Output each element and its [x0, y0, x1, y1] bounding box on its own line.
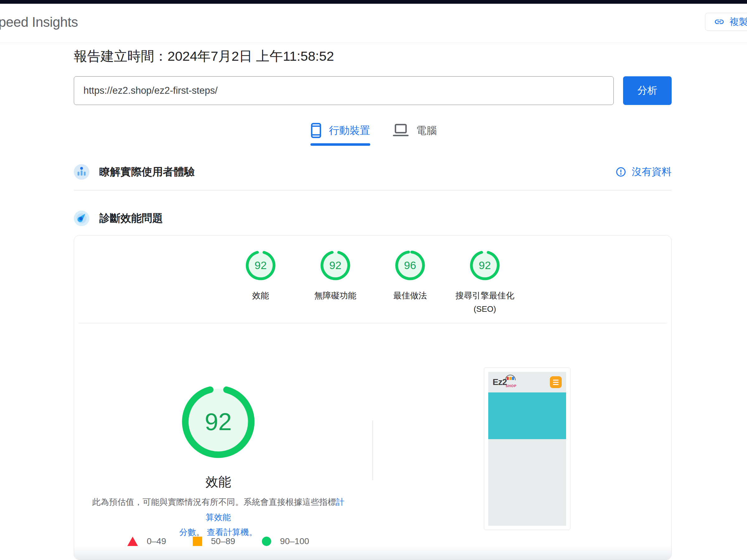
performance-score-value: 92 — [181, 384, 256, 459]
vertical-divider — [372, 421, 373, 480]
analyze-button[interactable]: 分析 — [623, 76, 672, 105]
gauge-performance[interactable]: 92 效能 — [223, 250, 298, 314]
gauge-seo[interactable]: 92 搜尋引擎最佳化 (SEO) — [447, 250, 522, 314]
tab-mobile[interactable]: 行動裝置 — [310, 123, 370, 146]
device-tabs: 行動裝置 電腦 — [0, 123, 747, 146]
description-period: 。 — [196, 528, 205, 537]
lighthouse-report-card: 92 效能 92 無障礙功能 — [74, 235, 672, 560]
score-label: 最佳做法 — [393, 290, 427, 301]
performance-label: 效能 — [181, 474, 256, 490]
score-value: 92 — [320, 250, 350, 280]
field-data-users-icon — [74, 164, 89, 180]
link-icon — [714, 17, 725, 27]
no-data-label: 沒有資料 — [632, 165, 672, 179]
app-title: peed Insights — [0, 14, 78, 30]
legend-pass-label: 90–100 — [280, 536, 309, 546]
logo-text-sub: SHOP — [506, 384, 517, 388]
legend-average-label: 50–89 — [211, 536, 235, 546]
mobile-phone-icon — [310, 123, 321, 138]
score-label: 效能 — [252, 290, 269, 301]
gauge-best-practices[interactable]: 96 最佳做法 — [373, 250, 447, 314]
score-legend: 0–49 50–89 90–100 — [92, 536, 344, 546]
legend-item-pass: 90–100 — [262, 536, 309, 546]
score-value: 96 — [395, 250, 425, 280]
score-value: 92 — [470, 250, 500, 280]
legend-item-fail: 0–49 — [127, 536, 166, 546]
category-scores-row: 92 效能 92 無障礙功能 — [74, 250, 671, 314]
gauge-accessibility[interactable]: 92 無障礙功能 — [298, 250, 373, 314]
info-icon — [616, 167, 626, 177]
ez2shop-logo: Ez2 SHOP — [493, 375, 521, 390]
tab-desktop[interactable]: 電腦 — [393, 123, 437, 146]
legend-item-average: 50–89 — [193, 536, 235, 546]
tab-desktop-label: 電腦 — [416, 124, 437, 138]
browser-top-strip — [0, 0, 747, 4]
diagnose-title: 診斷效能問題 — [99, 211, 163, 226]
score-label: 無障礙功能 — [314, 290, 357, 301]
logo-text-main: Ez2 — [493, 377, 507, 387]
diagnose-speedometer-icon — [74, 210, 89, 226]
app-header: peed Insights 複製連結 — [0, 4, 747, 43]
desktop-laptop-icon — [393, 124, 409, 137]
hamburger-menu-icon — [550, 376, 562, 388]
pagespeed-insights-app: peed Insights 複製連結 報告建立時間：2024年7月2日 上午11… — [0, 0, 747, 560]
field-data-title: 瞭解實際使用者體驗 — [99, 165, 195, 179]
description-text: 此為預估值，可能與實際情況有所不同。系統會直接根據這些指標 — [92, 498, 336, 507]
no-data-link[interactable]: 沒有資料 — [616, 165, 672, 179]
legend-fail-label: 0–49 — [147, 536, 166, 546]
diagnose-header: 診斷效能問題 — [74, 208, 672, 229]
tab-mobile-label: 行動裝置 — [329, 124, 370, 138]
next-section-fade — [74, 546, 671, 560]
score-label: 搜尋引擎最佳化 — [456, 290, 514, 301]
score-label-secondary: (SEO) — [473, 304, 496, 314]
copy-link-label: 複製連結 — [729, 16, 747, 28]
report-timestamp: 報告建立時間：2024年7月2日 上午11:58:52 — [74, 47, 334, 66]
field-data-header: 瞭解實際使用者體驗 沒有資料 — [74, 160, 672, 184]
page-screenshot-thumbnail[interactable]: Ez2 SHOP — [484, 367, 570, 530]
average-square-icon — [193, 537, 202, 546]
copy-link-button[interactable]: 複製連結 — [705, 13, 747, 31]
score-value: 92 — [246, 250, 276, 280]
see-calculator-link[interactable]: 查看計算機。 — [207, 528, 257, 537]
performance-main-gauge[interactable]: 92 — [181, 384, 256, 459]
performance-description: 此為預估值，可能與實際情況有所不同。系統會直接根據這些指標計算效能 分數。 查看… — [92, 494, 344, 540]
thumbnail-site-header: Ez2 SHOP — [488, 372, 566, 392]
url-input[interactable] — [74, 76, 614, 105]
thumbnail-body-block — [488, 439, 566, 526]
card-divider — [78, 323, 667, 323]
fail-triangle-icon — [127, 537, 138, 546]
calc-score-link-cont[interactable]: 分數 — [179, 528, 196, 537]
thumbnail-hero-block — [488, 392, 566, 439]
pass-circle-icon — [262, 537, 271, 546]
logo-shopping-bags-icon — [507, 377, 514, 380]
